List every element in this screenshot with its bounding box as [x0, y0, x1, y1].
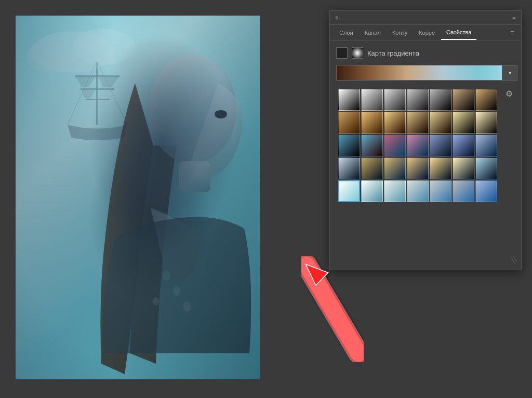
panel-watermark: //: [509, 255, 520, 266]
gradient-bar-container: ▾: [336, 65, 515, 81]
swatch-item[interactable]: [475, 135, 497, 156]
swatch-item[interactable]: [475, 157, 497, 179]
swatch-item[interactable]: [453, 112, 474, 134]
canvas-area: [16, 16, 260, 379]
swatch-item[interactable]: [475, 180, 497, 202]
swatch-item[interactable]: [384, 180, 406, 202]
swatch-item[interactable]: [338, 157, 360, 179]
panel-content: Карта градиента ▾ ⚙: [330, 41, 521, 210]
swatch-item[interactable]: [407, 135, 429, 156]
swatch-item[interactable]: [475, 89, 497, 111]
swatch-item[interactable]: [361, 89, 383, 111]
panel-menu-button[interactable]: ≡: [508, 25, 517, 41]
swatch-item[interactable]: [384, 112, 406, 134]
svg-marker-21: [307, 265, 327, 285]
swatches-container: ⚙: [336, 87, 515, 204]
tab-layers[interactable]: Слои: [334, 26, 358, 39]
swatch-item[interactable]: [338, 89, 360, 111]
panel-header: × « Слои Канал Конту Корре Свойства ≡: [330, 11, 521, 41]
layer-thumb-gradient: [352, 47, 363, 59]
tab-contours[interactable]: Конту: [387, 26, 413, 39]
tab-corrections[interactable]: Корре: [414, 26, 440, 39]
panel-close-button[interactable]: ×: [335, 14, 339, 21]
swatch-item[interactable]: [475, 112, 497, 134]
swatch-item[interactable]: [453, 157, 474, 179]
gradient-bar[interactable]: [336, 65, 515, 81]
properties-panel: × « Слои Канал Конту Корре Свойства ≡ Ка…: [329, 10, 522, 270]
swatch-item[interactable]: [407, 157, 429, 179]
figure-overlay: [16, 16, 260, 379]
tab-channels[interactable]: Канал: [360, 26, 386, 39]
layer-thumb-black: [336, 47, 348, 59]
swatch-item[interactable]: [430, 135, 451, 156]
swatch-item[interactable]: [361, 112, 383, 134]
swatch-item[interactable]: [338, 180, 360, 202]
swatch-item[interactable]: [430, 157, 451, 179]
swatch-item[interactable]: [338, 112, 360, 134]
layer-label: Карта градиента: [367, 49, 419, 57]
panel-top-bar: × «: [330, 11, 521, 25]
swatch-item[interactable]: [430, 180, 451, 202]
swatch-item[interactable]: [453, 89, 474, 111]
tab-properties[interactable]: Свойства: [441, 25, 476, 40]
swatch-item[interactable]: [338, 135, 360, 156]
photo-composite: [16, 16, 260, 379]
swatch-item[interactable]: [361, 180, 383, 202]
gradient-bar-dropdown[interactable]: ▾: [502, 65, 517, 81]
swatch-item[interactable]: [407, 180, 429, 202]
swatch-item[interactable]: [430, 112, 451, 134]
swatch-item[interactable]: [453, 135, 474, 156]
layer-row: Карта градиента: [336, 47, 515, 59]
swatch-item[interactable]: [407, 89, 429, 111]
swatch-item[interactable]: [384, 89, 406, 111]
svg-marker-22: [307, 265, 327, 285]
swatch-item[interactable]: [430, 89, 451, 111]
swatch-item[interactable]: [407, 112, 429, 134]
swatches-gear-button[interactable]: ⚙: [506, 89, 513, 99]
panel-tabs: Слои Канал Конту Корре Свойства ≡: [330, 25, 521, 41]
panel-collapse-button[interactable]: «: [513, 15, 516, 21]
swatches-grid: [338, 89, 497, 202]
swatch-item[interactable]: [361, 157, 383, 179]
swatch-item[interactable]: [361, 135, 383, 156]
swatch-item[interactable]: [453, 180, 474, 202]
swatch-item[interactable]: [384, 135, 406, 156]
swatch-item[interactable]: [384, 157, 406, 179]
